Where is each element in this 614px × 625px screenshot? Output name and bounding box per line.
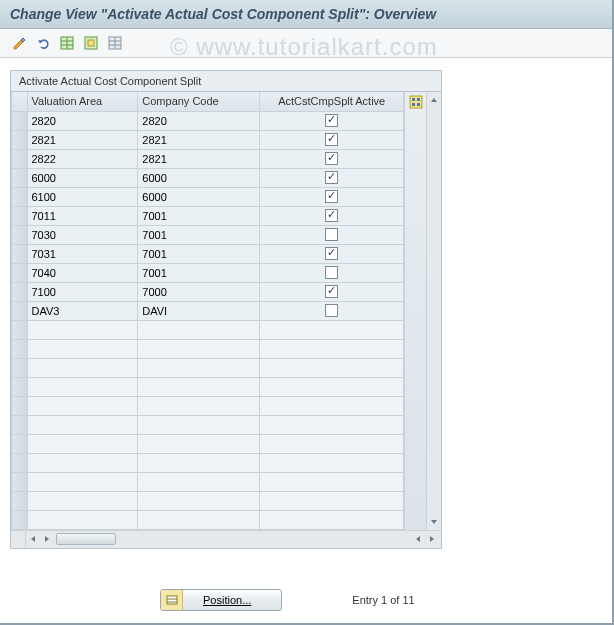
cell-active[interactable] <box>260 244 404 263</box>
cell-active[interactable] <box>260 149 404 168</box>
table-row[interactable]: 7011 7001 <box>12 206 404 225</box>
hscroll-left-button[interactable] <box>26 532 40 546</box>
cell-valuation-area[interactable]: 7011 <box>27 206 138 225</box>
row-selector[interactable] <box>12 396 28 415</box>
row-selector[interactable] <box>12 472 28 491</box>
cell-active[interactable] <box>260 282 404 301</box>
checkbox[interactable] <box>325 114 338 127</box>
row-selector[interactable] <box>12 339 28 358</box>
row-selector[interactable] <box>12 377 28 396</box>
toolbar-deselect-button[interactable] <box>104 33 126 53</box>
row-selector[interactable] <box>12 244 28 263</box>
row-selector[interactable] <box>12 453 28 472</box>
row-selector[interactable] <box>12 415 28 434</box>
cell-active[interactable] <box>260 111 404 130</box>
cell-active[interactable] <box>260 301 404 320</box>
checkbox[interactable] <box>325 171 338 184</box>
hscroll-thumb[interactable] <box>56 533 116 545</box>
table-row[interactable]: 7040 7001 <box>12 263 404 282</box>
cell-company-code[interactable]: 7001 <box>138 225 260 244</box>
pencil-icon <box>12 36 26 50</box>
row-selector[interactable] <box>12 491 28 510</box>
checkbox[interactable] <box>325 209 338 222</box>
cell-company-code[interactable]: 2820 <box>138 111 260 130</box>
cell-company-code[interactable]: 7001 <box>138 263 260 282</box>
row-selector[interactable] <box>12 263 28 282</box>
table-row[interactable]: 7030 7001 <box>12 225 404 244</box>
row-selector[interactable] <box>12 510 28 529</box>
cell-company-code[interactable]: DAVI <box>138 301 260 320</box>
checkbox[interactable] <box>325 152 338 165</box>
hscroll2-right-button[interactable] <box>425 532 439 546</box>
table-row[interactable]: 6000 6000 <box>12 168 404 187</box>
table-row[interactable]: DAV3 DAVI <box>12 301 404 320</box>
table-row[interactable]: 7031 7001 <box>12 244 404 263</box>
row-selector[interactable] <box>12 434 28 453</box>
row-selector[interactable] <box>12 206 28 225</box>
position-button[interactable]: Position... <box>160 589 282 611</box>
cell-active[interactable] <box>260 130 404 149</box>
checkbox[interactable] <box>325 190 338 203</box>
cell-valuation-area[interactable]: 6100 <box>27 187 138 206</box>
cell-valuation-area[interactable]: 7040 <box>27 263 138 282</box>
toolbar-save-button[interactable] <box>80 33 102 53</box>
table-row[interactable]: 2821 2821 <box>12 130 404 149</box>
row-selector[interactable] <box>12 301 28 320</box>
table-row[interactable]: 6100 6000 <box>12 187 404 206</box>
scroll-up-button[interactable] <box>427 92 441 108</box>
cell-company-code[interactable]: 6000 <box>138 168 260 187</box>
toolbar-undo-button[interactable] <box>32 33 54 53</box>
toolbar-change-button[interactable] <box>8 33 30 53</box>
data-grid: Valuation Area Company Code ActCstCmpSpl… <box>11 92 404 530</box>
cell-active[interactable] <box>260 168 404 187</box>
cell-valuation-area[interactable]: 2820 <box>27 111 138 130</box>
row-selector[interactable] <box>12 282 28 301</box>
row-selector[interactable] <box>12 111 28 130</box>
configure-column[interactable] <box>404 92 426 530</box>
col-header-company-code[interactable]: Company Code <box>138 92 260 111</box>
cell-company-code[interactable]: 2821 <box>138 130 260 149</box>
cell-valuation-area[interactable]: 2822 <box>27 149 138 168</box>
toolbar-select-all-button[interactable] <box>56 33 78 53</box>
vertical-scrollbar[interactable] <box>426 92 441 530</box>
cell-company-code[interactable]: 7001 <box>138 206 260 225</box>
svg-rect-12 <box>417 98 420 101</box>
cell-active[interactable] <box>260 206 404 225</box>
checkbox[interactable] <box>325 266 338 279</box>
checkbox[interactable] <box>325 133 338 146</box>
cell-company-code[interactable]: 6000 <box>138 187 260 206</box>
row-selector[interactable] <box>12 225 28 244</box>
cell-company-code[interactable]: 7000 <box>138 282 260 301</box>
cell-valuation-area[interactable]: 6000 <box>27 168 138 187</box>
hscroll2-left-button[interactable] <box>411 532 425 546</box>
scroll-down-button[interactable] <box>427 514 441 530</box>
table-row[interactable]: 2822 2821 <box>12 149 404 168</box>
hscroll-right-button[interactable] <box>40 532 54 546</box>
checkbox[interactable] <box>325 228 338 241</box>
row-selector[interactable] <box>12 130 28 149</box>
cell-valuation-area[interactable]: 7031 <box>27 244 138 263</box>
table-row[interactable]: 7100 7000 <box>12 282 404 301</box>
cell-active[interactable] <box>260 187 404 206</box>
table-row[interactable]: 2820 2820 <box>12 111 404 130</box>
row-selector[interactable] <box>12 320 28 339</box>
checkbox[interactable] <box>325 285 338 298</box>
cell-active[interactable] <box>260 225 404 244</box>
page-title: Change View "Activate Actual Cost Compon… <box>0 0 614 29</box>
cell-valuation-area[interactable]: DAV3 <box>27 301 138 320</box>
col-header-active[interactable]: ActCstCmpSplt Active <box>260 92 404 111</box>
row-selector[interactable] <box>12 187 28 206</box>
row-selector[interactable] <box>12 149 28 168</box>
row-selector[interactable] <box>12 358 28 377</box>
cell-company-code[interactable]: 7001 <box>138 244 260 263</box>
cell-valuation-area[interactable]: 7100 <box>27 282 138 301</box>
row-selector[interactable] <box>12 168 28 187</box>
col-header-valuation-area[interactable]: Valuation Area <box>27 92 138 111</box>
table-row-empty <box>12 434 404 453</box>
cell-valuation-area[interactable]: 7030 <box>27 225 138 244</box>
checkbox[interactable] <box>325 247 338 260</box>
checkbox[interactable] <box>325 304 338 317</box>
cell-company-code[interactable]: 2821 <box>138 149 260 168</box>
cell-active[interactable] <box>260 263 404 282</box>
cell-valuation-area[interactable]: 2821 <box>27 130 138 149</box>
